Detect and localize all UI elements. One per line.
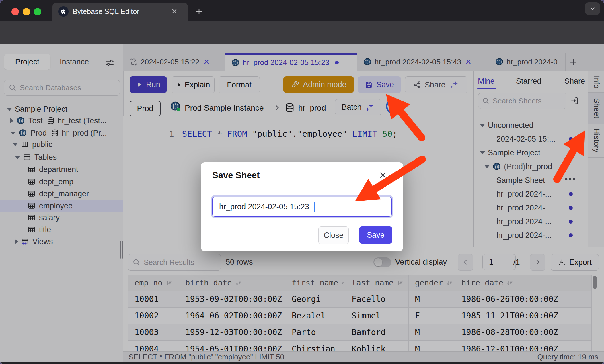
dialog-save-button[interactable]: Save xyxy=(359,226,392,244)
traffic-light-minimize[interactable] xyxy=(23,8,30,15)
browser-tab-close-icon[interactable] xyxy=(171,7,178,15)
save-sheet-dialog: Save Sheet Close Save xyxy=(201,162,403,251)
browser-window: Bytebase SQL Editor localhost:8080/sql-e… xyxy=(0,0,604,364)
dialog-divider xyxy=(212,188,392,188)
browser-tab-title: Bytebase SQL Editor xyxy=(73,3,139,21)
browser-tab[interactable]: Bytebase SQL Editor xyxy=(52,3,188,21)
new-tab-icon[interactable] xyxy=(194,7,204,16)
dialog-close-icon[interactable] xyxy=(379,171,387,179)
text-caret xyxy=(314,202,315,212)
dialog-close-button[interactable]: Close xyxy=(318,226,349,244)
traffic-light-zoom[interactable] xyxy=(34,8,41,15)
browser-toolbar: localhost:8080/sql-editor/prod-sample-in… xyxy=(0,21,604,44)
tab-search-chevron-icon[interactable] xyxy=(585,2,600,15)
sheet-name-input[interactable] xyxy=(212,197,392,217)
browser-tab-bar: Bytebase SQL Editor xyxy=(0,0,604,21)
dialog-title: Save Sheet xyxy=(212,170,260,181)
traffic-light-close[interactable] xyxy=(11,8,19,15)
bytebase-favicon xyxy=(58,6,69,17)
